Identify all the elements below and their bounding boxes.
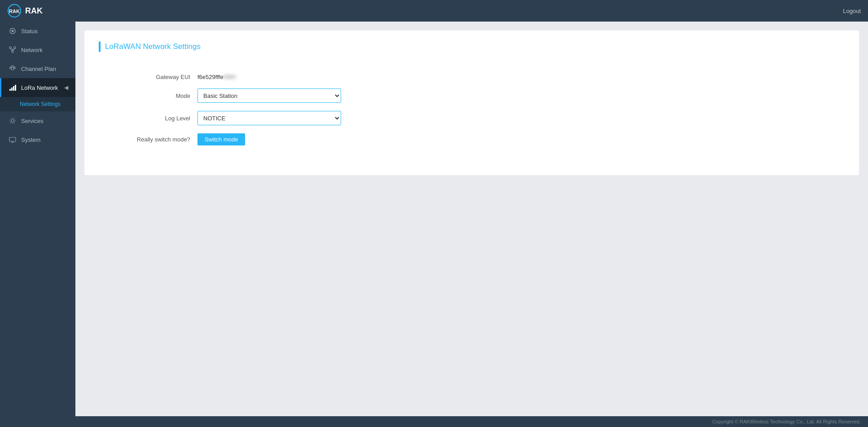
brand-name: RAK bbox=[25, 6, 43, 16]
sidebar-item-services[interactable]: Services bbox=[0, 111, 75, 130]
svg-point-3 bbox=[12, 30, 14, 32]
svg-line-8 bbox=[10, 48, 13, 51]
lora-icon bbox=[9, 84, 17, 92]
mode-row: Mode Basic Station Packet Forwarder Semt… bbox=[117, 88, 827, 103]
mode-select[interactable]: Basic Station Packet Forwarder Semtech U… bbox=[197, 88, 341, 103]
gateway-eui-row: Gateway EUI f6e529fffe•••••• bbox=[117, 74, 827, 80]
svg-line-9 bbox=[13, 48, 15, 51]
switch-prompt-label: Really switch mode? bbox=[117, 136, 197, 143]
log-level-label: Log Level bbox=[117, 115, 197, 122]
form-section: Gateway EUI f6e529fffe•••••• Mode Basic … bbox=[99, 63, 845, 164]
footer-copyright: Copyright © RAKWireless Technology Co., … bbox=[712, 419, 861, 424]
gateway-eui-blurred: •••••• bbox=[223, 74, 235, 80]
page-title-bar: LoRaWAN Network Settings bbox=[99, 41, 845, 52]
log-level-row: Log Level NOTICE DEBUG INFO WARNING ERRO… bbox=[117, 111, 827, 125]
svg-rect-12 bbox=[11, 88, 13, 91]
svg-rect-11 bbox=[9, 89, 11, 91]
sidebar: Status Network bbox=[0, 22, 75, 416]
svg-rect-14 bbox=[15, 85, 16, 91]
services-icon bbox=[9, 117, 17, 125]
svg-rect-16 bbox=[9, 137, 16, 141]
sidebar-item-status-label: Status bbox=[21, 28, 38, 35]
logout-button[interactable]: Logout bbox=[843, 8, 861, 14]
switch-mode-button[interactable]: Switch mode bbox=[197, 133, 245, 145]
svg-rect-4 bbox=[12, 51, 13, 53]
network-icon bbox=[9, 46, 17, 54]
svg-point-15 bbox=[11, 119, 14, 122]
sidebar-item-services-label: Services bbox=[21, 118, 44, 124]
sidebar-item-system[interactable]: System bbox=[0, 130, 75, 149]
switch-mode-row: Really switch mode? Switch mode bbox=[117, 133, 827, 145]
sidebar-item-lora-network-label: LoRa Network bbox=[21, 84, 58, 91]
body-wrap: Status Network bbox=[0, 22, 868, 416]
sidebar-item-channel-plan-label: Channel Plan bbox=[21, 66, 56, 72]
log-level-select[interactable]: NOTICE DEBUG INFO WARNING ERROR bbox=[197, 111, 341, 125]
svg-rect-13 bbox=[13, 86, 14, 91]
rak-logo-icon: RAK bbox=[7, 4, 22, 18]
gateway-eui-label: Gateway EUI bbox=[117, 74, 197, 80]
brand-logo: RAK RAK bbox=[7, 4, 43, 18]
sidebar-item-channel-plan[interactable]: Channel Plan bbox=[0, 59, 75, 78]
sidebar-section-lora: LoRa Network ◀ Network Settings bbox=[0, 78, 75, 111]
page-title: LoRaWAN Network Settings bbox=[105, 42, 201, 51]
svg-rect-6 bbox=[14, 47, 16, 48]
page-card: LoRaWAN Network Settings Gateway EUI f6e… bbox=[84, 31, 859, 175]
lora-collapse-btn[interactable]: ◀ bbox=[64, 84, 68, 91]
system-icon bbox=[9, 136, 17, 144]
svg-point-10 bbox=[11, 67, 14, 70]
sidebar-item-lora-network[interactable]: LoRa Network ◀ bbox=[0, 78, 75, 97]
title-accent bbox=[99, 41, 101, 52]
sidebar-subitem-network-settings[interactable]: Network Settings bbox=[0, 97, 75, 111]
gateway-eui-value: f6e529fffe•••••• bbox=[197, 74, 236, 80]
gateway-eui-visible: f6e529fffe bbox=[197, 74, 223, 80]
header: RAK RAK Logout bbox=[0, 0, 868, 22]
svg-text:RAK: RAK bbox=[9, 9, 20, 14]
main-content: LoRaWAN Network Settings Gateway EUI f6e… bbox=[75, 22, 868, 416]
sidebar-item-status[interactable]: Status bbox=[0, 22, 75, 40]
sidebar-subitem-network-settings-label: Network Settings bbox=[20, 101, 61, 107]
mode-label: Mode bbox=[117, 92, 197, 99]
sidebar-item-network-label: Network bbox=[21, 47, 43, 53]
svg-rect-5 bbox=[9, 47, 11, 48]
sidebar-submenu-lora: Network Settings bbox=[0, 97, 75, 111]
sidebar-item-system-label: System bbox=[21, 136, 40, 143]
channel-icon bbox=[9, 65, 17, 73]
sidebar-item-network[interactable]: Network bbox=[0, 40, 75, 59]
footer: Copyright © RAKWireless Technology Co., … bbox=[0, 416, 868, 427]
status-icon bbox=[9, 27, 17, 35]
